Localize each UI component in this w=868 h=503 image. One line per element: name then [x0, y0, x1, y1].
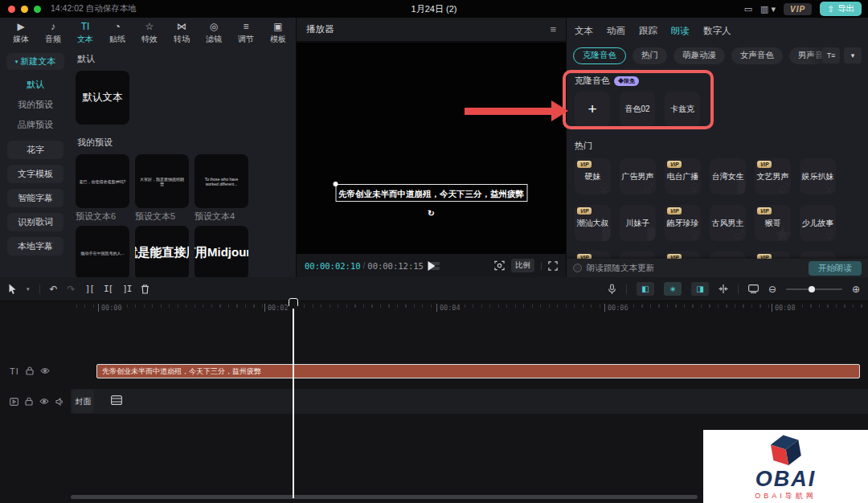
media-tab[interactable]: ◔贴纸	[101, 21, 133, 47]
vip-badge[interactable]: VIP	[784, 3, 812, 15]
clone-voice-card[interactable]: 音色02	[620, 92, 655, 127]
select-tool-icon[interactable]	[8, 284, 17, 294]
voice-card[interactable]: VIP潮汕大叔▮	[575, 205, 611, 241]
panel-tab[interactable]: 数字人	[703, 25, 731, 37]
media-tab-label: 文本	[77, 34, 93, 45]
maintrack-collapse-icon[interactable]	[719, 284, 728, 293]
delete-icon[interactable]	[141, 284, 149, 294]
add-voice-card[interactable]: +	[575, 92, 610, 127]
vip-badge: VIP	[667, 207, 682, 215]
voice-card[interactable]: 台湾女生▮	[710, 158, 746, 194]
voice-card[interactable]: 广告男声♂	[620, 158, 656, 194]
selected-subtitle-overlay[interactable]: 先帝创业未半而中道崩殂，今天下三分，益州疲弊 ↻	[335, 184, 527, 202]
voice-filter-icon[interactable]: T≡	[822, 47, 840, 63]
media-tab[interactable]: ◎滤镜	[198, 21, 230, 47]
zoom-out-icon[interactable]: ⊖	[768, 284, 776, 294]
voice-card[interactable]: 少儿故事♀	[800, 205, 836, 241]
preset-card[interactable]: 大家好，我是唐纳德特朗普	[135, 154, 189, 208]
subtitle-resize-handle[interactable]	[333, 182, 338, 186]
voice-card[interactable]: 川妹子▮	[620, 205, 656, 241]
media-tab[interactable]: ☆特效	[133, 21, 166, 47]
split-icon[interactable]: ][	[85, 284, 94, 293]
media-tab[interactable]: ♪音频	[37, 21, 69, 47]
video-clip-icon[interactable]	[111, 395, 122, 405]
delete-right-icon[interactable]: ]I	[122, 284, 131, 293]
redo-icon[interactable]: ↷	[68, 284, 76, 294]
fit-focus-icon[interactable]	[494, 260, 505, 271]
subtitle-clip[interactable]: 先帝创业未半而中道崩殂，今天下三分，益州疲弊	[96, 364, 860, 378]
close-window-button[interactable]	[8, 6, 15, 13]
zoom-slider-knob[interactable]	[809, 286, 815, 292]
voice-card[interactable]: 古风男主♂	[710, 205, 746, 241]
sidebar-item[interactable]: 花字	[7, 141, 63, 159]
preset-card[interactable]: 如何用Midjourney	[194, 226, 248, 277]
fullscreen-icon[interactable]	[548, 261, 558, 271]
media-tab-icon: ▶	[17, 21, 24, 33]
preview-axis-icon[interactable]	[748, 284, 759, 293]
voice-card[interactable]: VIP文艺男声♂	[755, 158, 791, 194]
maximize-window-button[interactable]	[34, 6, 41, 13]
sidebar-item[interactable]: 默认	[27, 75, 44, 95]
voice-card[interactable]: VIP硬妹♀	[575, 158, 611, 194]
time-ruler[interactable]: 00:0000:0200:0400:0600:08	[0, 301, 868, 315]
panel-tab[interactable]: 动画	[607, 25, 625, 37]
sidebar-item[interactable]: 品牌预设	[18, 115, 53, 135]
player-menu-icon[interactable]: ≡	[550, 23, 556, 35]
voice-card[interactable]: 娱乐扒妹♀	[800, 158, 836, 194]
layout-switch-icon[interactable]: ▥ ▾	[760, 5, 776, 14]
voice-category-chip[interactable]: 女声音色	[731, 47, 783, 64]
panel-tab[interactable]: 跟踪	[639, 25, 657, 37]
cover-button[interactable]: 封面	[72, 390, 94, 413]
hide-track-icon[interactable]	[39, 398, 49, 405]
chips-expand-icon[interactable]: ▾	[844, 47, 862, 63]
media-tab[interactable]: ▶媒体	[5, 21, 37, 47]
follow-text-checkbox[interactable]	[573, 264, 582, 272]
voice-category-chip[interactable]: 萌趣动漫	[674, 47, 725, 64]
record-voiceover-icon[interactable]	[608, 284, 616, 295]
hide-track-icon[interactable]	[40, 367, 50, 374]
mute-track-icon[interactable]	[55, 398, 64, 406]
sidebar-item[interactable]: 智能字幕	[7, 189, 63, 207]
zoom-in-icon[interactable]: ⊕	[852, 284, 860, 294]
sidebar-item[interactable]: 我的预设	[18, 95, 53, 115]
media-tab[interactable]: ▣模板	[262, 21, 294, 47]
ratio-button[interactable]: 比例	[511, 259, 534, 272]
linking-toggle[interactable]: ◨	[691, 282, 709, 296]
clone-voice-card[interactable]: 卡兹克	[665, 92, 700, 127]
panel-tab[interactable]: 文本	[575, 25, 593, 37]
voice-category-chip[interactable]: 热门	[633, 47, 667, 64]
voice-category-chip[interactable]: 克隆音色	[573, 47, 626, 64]
sidebar-item[interactable]: 文字模板	[7, 165, 63, 183]
voice-card[interactable]: VIP猴哥★	[755, 205, 791, 241]
video-canvas[interactable]: 先帝创业未半而中道崩殂，今天下三分，益州疲弊 ↻	[297, 43, 566, 254]
panel-tab[interactable]: 朗读	[671, 25, 690, 37]
default-text-card[interactable]: 默认文本	[76, 71, 129, 125]
keyboard-shortcuts-icon[interactable]: ▭	[744, 5, 752, 14]
preset-card[interactable]: 老巴，你觉得会退股神吗?	[76, 154, 129, 208]
media-tab[interactable]: ⋈转场	[166, 21, 198, 47]
preset-card[interactable]: To those who have worked different...	[194, 154, 248, 208]
sidebar-item[interactable]: 识别歌词	[7, 213, 63, 231]
delete-left-icon[interactable]: I[	[104, 284, 113, 293]
sidebar-item[interactable]: ▾新建文本	[6, 53, 64, 70]
media-tab[interactable]: ≡调节	[230, 21, 262, 47]
start-read-button[interactable]: 开始朗读	[809, 261, 862, 276]
magnetic-toggle[interactable]: ∗	[664, 282, 682, 296]
media-tab[interactable]: TI文本	[69, 21, 101, 47]
timeline-zoom-slider[interactable]	[786, 288, 842, 290]
export-button[interactable]: ⇧导出	[820, 2, 862, 16]
undo-icon[interactable]: ↶	[50, 284, 58, 294]
lock-track-icon[interactable]	[26, 366, 34, 375]
lock-track-icon[interactable]	[25, 397, 33, 406]
select-tool-dropdown-icon[interactable]: ▾	[27, 286, 30, 292]
auto-snap-toggle[interactable]: ◧	[637, 282, 654, 296]
timeline-horizontal-scrollbar[interactable]	[71, 495, 698, 499]
preset-card[interactable]: 就是能直接用	[135, 226, 189, 277]
preset-card[interactable]: 能动手在中国思考的人...	[76, 226, 129, 277]
sidebar-item[interactable]: 本地字幕	[7, 237, 63, 256]
subtitle-rotate-handle[interactable]: ↻	[426, 207, 437, 219]
voice-card[interactable]: VIP电台广播♀	[665, 158, 701, 194]
voice-card[interactable]: VIP龅牙珍珍♀	[665, 205, 701, 241]
minimize-window-button[interactable]	[21, 6, 28, 13]
play-button[interactable]	[428, 261, 435, 271]
